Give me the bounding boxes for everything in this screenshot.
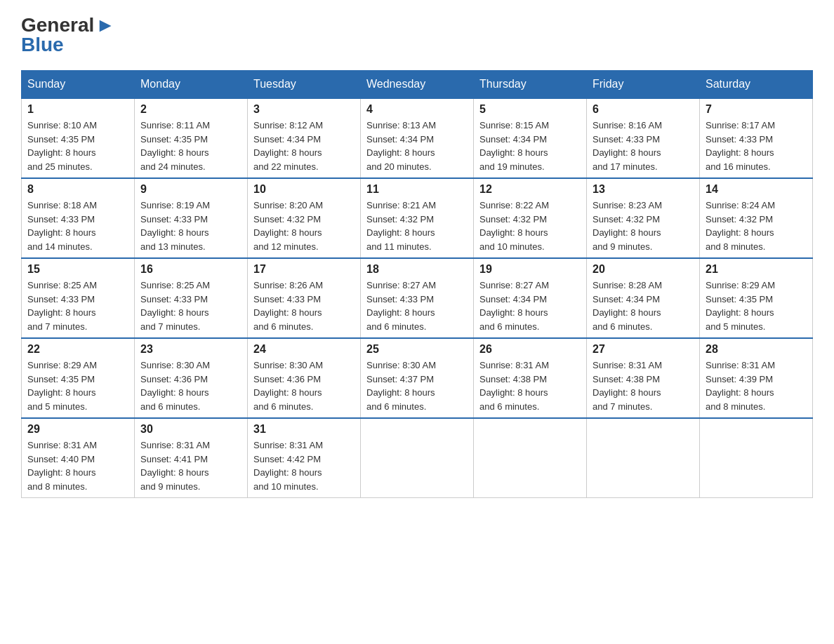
table-row: 20 Sunrise: 8:28 AM Sunset: 4:34 PM Dayl… bbox=[587, 258, 700, 338]
day-number: 8 bbox=[27, 183, 128, 196]
day-number: 28 bbox=[706, 343, 807, 356]
day-info: Sunrise: 8:27 AM Sunset: 4:33 PM Dayligh… bbox=[366, 279, 468, 333]
day-info: Sunrise: 8:12 AM Sunset: 4:34 PM Dayligh… bbox=[253, 119, 355, 173]
day-info: Sunrise: 8:25 AM Sunset: 4:33 PM Dayligh… bbox=[140, 279, 241, 333]
day-number: 17 bbox=[253, 263, 355, 276]
day-number: 14 bbox=[706, 183, 807, 196]
day-info: Sunrise: 8:30 AM Sunset: 4:36 PM Dayligh… bbox=[140, 358, 241, 413]
table-row: 10 Sunrise: 8:20 AM Sunset: 4:32 PM Dayl… bbox=[248, 178, 361, 258]
table-row: 2 Sunrise: 8:11 AM Sunset: 4:35 PM Dayli… bbox=[135, 98, 248, 178]
day-number: 15 bbox=[27, 263, 128, 276]
day-info: Sunrise: 8:29 AM Sunset: 4:35 PM Dayligh… bbox=[706, 279, 807, 333]
week-row-4: 22 Sunrise: 8:29 AM Sunset: 4:35 PM Dayl… bbox=[22, 338, 813, 418]
days-header-row: SundayMondayTuesdayWednesdayThursdayFrid… bbox=[22, 71, 813, 99]
day-number: 24 bbox=[253, 343, 355, 356]
week-row-2: 8 Sunrise: 8:18 AM Sunset: 4:33 PM Dayli… bbox=[22, 178, 813, 258]
day-header-saturday: Saturday bbox=[700, 71, 813, 99]
day-info: Sunrise: 8:13 AM Sunset: 4:34 PM Dayligh… bbox=[366, 119, 468, 173]
day-number: 18 bbox=[366, 263, 468, 276]
day-number: 12 bbox=[479, 183, 581, 196]
day-number: 11 bbox=[366, 183, 468, 196]
day-info: Sunrise: 8:31 AM Sunset: 4:40 PM Dayligh… bbox=[27, 438, 128, 493]
day-info: Sunrise: 8:30 AM Sunset: 4:37 PM Dayligh… bbox=[366, 358, 468, 413]
day-info: Sunrise: 8:29 AM Sunset: 4:35 PM Dayligh… bbox=[27, 358, 128, 413]
day-number: 7 bbox=[706, 103, 807, 116]
table-row: 9 Sunrise: 8:19 AM Sunset: 4:33 PM Dayli… bbox=[135, 178, 248, 258]
table-row: 28 Sunrise: 8:31 AM Sunset: 4:39 PM Dayl… bbox=[700, 338, 813, 418]
day-number: 20 bbox=[593, 263, 694, 276]
day-info: Sunrise: 8:19 AM Sunset: 4:33 PM Dayligh… bbox=[140, 199, 241, 253]
table-row: 29 Sunrise: 8:31 AM Sunset: 4:40 PM Dayl… bbox=[22, 418, 135, 498]
day-header-wednesday: Wednesday bbox=[361, 71, 474, 99]
day-info: Sunrise: 8:20 AM Sunset: 4:32 PM Dayligh… bbox=[253, 199, 355, 253]
table-row: 24 Sunrise: 8:30 AM Sunset: 4:36 PM Dayl… bbox=[248, 338, 361, 418]
table-row: 30 Sunrise: 8:31 AM Sunset: 4:41 PM Dayl… bbox=[135, 418, 248, 498]
table-row bbox=[587, 418, 700, 498]
day-number: 22 bbox=[27, 343, 128, 356]
table-row: 12 Sunrise: 8:22 AM Sunset: 4:32 PM Dayl… bbox=[474, 178, 587, 258]
day-header-tuesday: Tuesday bbox=[248, 71, 361, 99]
calendar-table: SundayMondayTuesdayWednesdayThursdayFrid… bbox=[21, 70, 813, 498]
week-row-5: 29 Sunrise: 8:31 AM Sunset: 4:40 PM Dayl… bbox=[22, 418, 813, 498]
day-info: Sunrise: 8:23 AM Sunset: 4:32 PM Dayligh… bbox=[593, 199, 694, 253]
week-row-1: 1 Sunrise: 8:10 AM Sunset: 4:35 PM Dayli… bbox=[22, 98, 813, 178]
day-number: 31 bbox=[253, 423, 355, 436]
day-info: Sunrise: 8:31 AM Sunset: 4:39 PM Dayligh… bbox=[706, 358, 807, 413]
table-row: 15 Sunrise: 8:25 AM Sunset: 4:33 PM Dayl… bbox=[22, 258, 135, 338]
table-row: 6 Sunrise: 8:16 AM Sunset: 4:33 PM Dayli… bbox=[587, 98, 700, 178]
day-info: Sunrise: 8:25 AM Sunset: 4:33 PM Dayligh… bbox=[27, 279, 128, 333]
day-info: Sunrise: 8:31 AM Sunset: 4:38 PM Dayligh… bbox=[479, 358, 581, 413]
day-number: 13 bbox=[593, 183, 694, 196]
table-row bbox=[474, 418, 587, 498]
day-info: Sunrise: 8:31 AM Sunset: 4:42 PM Dayligh… bbox=[253, 438, 355, 493]
day-number: 2 bbox=[140, 103, 241, 116]
day-number: 5 bbox=[479, 103, 581, 116]
logo: General ► Blue bbox=[21, 14, 115, 56]
day-info: Sunrise: 8:17 AM Sunset: 4:33 PM Dayligh… bbox=[706, 119, 807, 173]
page-header: General ► Blue bbox=[21, 14, 813, 56]
day-info: Sunrise: 8:15 AM Sunset: 4:34 PM Dayligh… bbox=[479, 119, 581, 173]
day-info: Sunrise: 8:16 AM Sunset: 4:33 PM Dayligh… bbox=[593, 119, 694, 173]
logo-blue-text: Blue bbox=[21, 34, 64, 56]
table-row: 18 Sunrise: 8:27 AM Sunset: 4:33 PM Dayl… bbox=[361, 258, 474, 338]
table-row: 8 Sunrise: 8:18 AM Sunset: 4:33 PM Dayli… bbox=[22, 178, 135, 258]
table-row: 13 Sunrise: 8:23 AM Sunset: 4:32 PM Dayl… bbox=[587, 178, 700, 258]
table-row: 16 Sunrise: 8:25 AM Sunset: 4:33 PM Dayl… bbox=[135, 258, 248, 338]
day-number: 23 bbox=[140, 343, 241, 356]
table-row: 21 Sunrise: 8:29 AM Sunset: 4:35 PM Dayl… bbox=[700, 258, 813, 338]
day-info: Sunrise: 8:11 AM Sunset: 4:35 PM Dayligh… bbox=[140, 119, 241, 173]
day-number: 30 bbox=[140, 423, 241, 436]
table-row: 23 Sunrise: 8:30 AM Sunset: 4:36 PM Dayl… bbox=[135, 338, 248, 418]
table-row: 25 Sunrise: 8:30 AM Sunset: 4:37 PM Dayl… bbox=[361, 338, 474, 418]
table-row: 27 Sunrise: 8:31 AM Sunset: 4:38 PM Dayl… bbox=[587, 338, 700, 418]
day-info: Sunrise: 8:10 AM Sunset: 4:35 PM Dayligh… bbox=[27, 119, 128, 173]
day-number: 21 bbox=[706, 263, 807, 276]
day-info: Sunrise: 8:28 AM Sunset: 4:34 PM Dayligh… bbox=[593, 279, 694, 333]
day-number: 3 bbox=[253, 103, 355, 116]
day-number: 25 bbox=[366, 343, 468, 356]
table-row: 11 Sunrise: 8:21 AM Sunset: 4:32 PM Dayl… bbox=[361, 178, 474, 258]
day-info: Sunrise: 8:27 AM Sunset: 4:34 PM Dayligh… bbox=[479, 279, 581, 333]
day-info: Sunrise: 8:31 AM Sunset: 4:38 PM Dayligh… bbox=[593, 358, 694, 413]
day-number: 9 bbox=[140, 183, 241, 196]
logo-arrow-icon: ► bbox=[95, 14, 115, 36]
day-number: 27 bbox=[593, 343, 694, 356]
day-number: 16 bbox=[140, 263, 241, 276]
day-header-friday: Friday bbox=[587, 71, 700, 99]
day-header-monday: Monday bbox=[135, 71, 248, 99]
table-row: 5 Sunrise: 8:15 AM Sunset: 4:34 PM Dayli… bbox=[474, 98, 587, 178]
table-row: 4 Sunrise: 8:13 AM Sunset: 4:34 PM Dayli… bbox=[361, 98, 474, 178]
table-row: 22 Sunrise: 8:29 AM Sunset: 4:35 PM Dayl… bbox=[22, 338, 135, 418]
day-number: 10 bbox=[253, 183, 355, 196]
day-info: Sunrise: 8:22 AM Sunset: 4:32 PM Dayligh… bbox=[479, 199, 581, 253]
day-number: 6 bbox=[593, 103, 694, 116]
table-row: 1 Sunrise: 8:10 AM Sunset: 4:35 PM Dayli… bbox=[22, 98, 135, 178]
week-row-3: 15 Sunrise: 8:25 AM Sunset: 4:33 PM Dayl… bbox=[22, 258, 813, 338]
day-info: Sunrise: 8:31 AM Sunset: 4:41 PM Dayligh… bbox=[140, 438, 241, 493]
day-number: 29 bbox=[27, 423, 128, 436]
day-number: 26 bbox=[479, 343, 581, 356]
day-number: 4 bbox=[366, 103, 468, 116]
table-row: 14 Sunrise: 8:24 AM Sunset: 4:32 PM Dayl… bbox=[700, 178, 813, 258]
day-header-thursday: Thursday bbox=[474, 71, 587, 99]
day-info: Sunrise: 8:30 AM Sunset: 4:36 PM Dayligh… bbox=[253, 358, 355, 413]
